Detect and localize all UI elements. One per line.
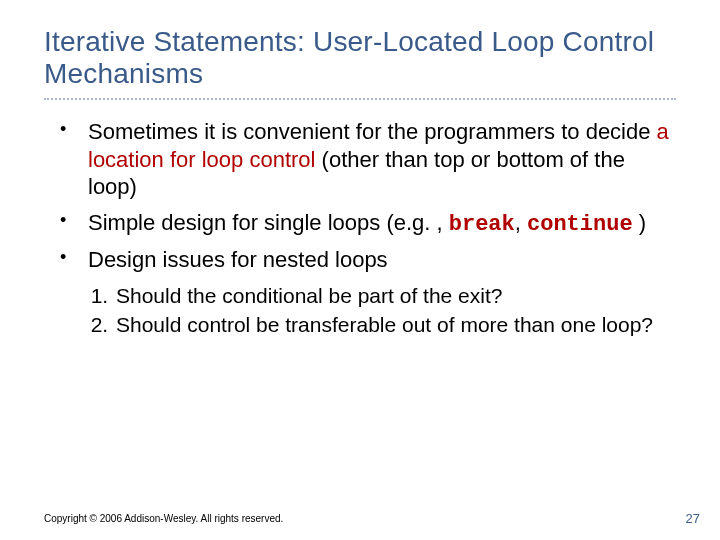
bullet-1: Sometimes it is convenient for the progr… xyxy=(54,118,670,201)
sub-item-2: Should control be transferable out of mo… xyxy=(114,311,676,338)
bullet-1-text-a: Sometimes it is convenient for the progr… xyxy=(88,119,657,144)
keyword-continue: continue xyxy=(527,212,633,237)
keyword-break: break xyxy=(449,212,515,237)
page-number: 27 xyxy=(686,511,700,526)
sub-item-1: Should the conditional be part of the ex… xyxy=(114,282,676,309)
sub-list: Should the conditional be part of the ex… xyxy=(44,282,676,339)
page-title: Iterative Statements: User-Located Loop … xyxy=(44,26,676,90)
divider xyxy=(44,98,676,100)
bullet-list: Sometimes it is convenient for the progr… xyxy=(44,118,676,274)
copyright: Copyright © 2006 Addison-Wesley. All rig… xyxy=(44,513,283,524)
slide: Iterative Statements: User-Located Loop … xyxy=(0,0,720,540)
bullet-2-sep: , xyxy=(515,210,527,235)
bullet-2-text-a: Simple design for single loops (e.g. , xyxy=(88,210,449,235)
bullet-3: Design issues for nested loops xyxy=(54,246,670,274)
bullet-3-text: Design issues for nested loops xyxy=(88,247,388,272)
bullet-2-text-b: ) xyxy=(633,210,646,235)
bullet-2: Simple design for single loops (e.g. , b… xyxy=(54,209,670,239)
